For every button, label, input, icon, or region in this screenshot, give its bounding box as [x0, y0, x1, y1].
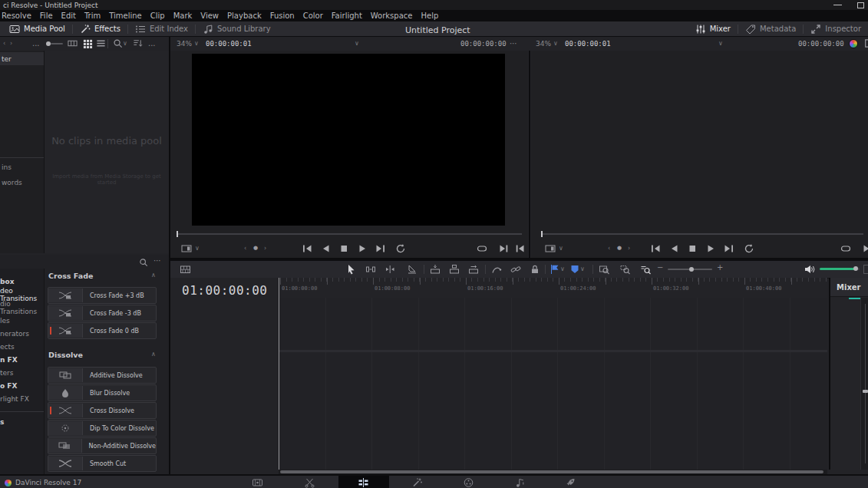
- viewer-left-source-chevron-icon[interactable]: ∨: [355, 40, 359, 47]
- viewer-mode-icon[interactable]: [181, 243, 192, 254]
- flag-button[interactable]: [550, 264, 560, 275]
- transition-blur-dissolve[interactable]: Blur Dissolve: [48, 384, 157, 401]
- video-audio-track-divider[interactable]: [279, 350, 827, 352]
- timeline-tracks-area[interactable]: [279, 298, 827, 470]
- viewer-mode-chevron-icon[interactable]: ∨: [195, 245, 200, 252]
- menu-trim[interactable]: Trim: [84, 12, 101, 20]
- menu-workspace[interactable]: Workspace: [371, 12, 413, 20]
- category-favorites[interactable]: s: [0, 415, 44, 428]
- thumb-size-slider[interactable]: [51, 43, 63, 45]
- last-frame-button[interactable]: [721, 243, 737, 254]
- category-effects[interactable]: ects: [0, 340, 44, 353]
- project-settings-icon[interactable]: [849, 39, 858, 48]
- audio-monitor-icon[interactable]: [804, 264, 815, 275]
- transition-non-additive-dissolve[interactable]: Non-Additive Dissolve: [48, 437, 157, 454]
- viewer-right-zoom-chevron-icon[interactable]: ∨: [553, 40, 558, 47]
- custom-zoom-button[interactable]: [640, 264, 652, 275]
- back-chevron-icon[interactable]: ‹: [3, 40, 5, 47]
- stop-button[interactable]: [336, 243, 351, 254]
- forward-chevron-icon[interactable]: ›: [10, 40, 12, 47]
- loop-range-button[interactable]: [474, 243, 490, 254]
- effects-menu-icon[interactable]: ⋯: [153, 256, 161, 265]
- transition-cross-fade-0[interactable]: Cross Fade 0 dB: [48, 322, 157, 339]
- transition-additive-dissolve[interactable]: Additive Dissolve: [48, 367, 157, 384]
- list-view-icon[interactable]: [96, 38, 106, 48]
- menu-timeline[interactable]: Timeline: [109, 12, 142, 20]
- jog-right-icon[interactable]: ›: [264, 245, 266, 252]
- play-button[interactable]: [355, 243, 370, 254]
- mixer-channel-strip[interactable]: [860, 298, 868, 470]
- scrollbar-thumb[interactable]: [280, 470, 823, 473]
- thumbnail-view-icon[interactable]: [83, 38, 93, 48]
- menu-color[interactable]: Color: [303, 12, 323, 20]
- filmstrip-view-icon[interactable]: [68, 38, 78, 48]
- category-filters[interactable]: ters: [0, 366, 44, 379]
- goto-out-button[interactable]: [860, 243, 868, 254]
- search-chevron-icon[interactable]: ∨: [123, 40, 127, 47]
- dynamic-trim-mode-tool[interactable]: [385, 264, 396, 275]
- first-frame-button[interactable]: [648, 243, 663, 254]
- section-collapse-icon[interactable]: ∧: [151, 351, 156, 358]
- page-media[interactable]: [251, 477, 263, 488]
- blade-edit-mode-tool[interactable]: [407, 264, 417, 275]
- full-extent-zoom-button[interactable]: [599, 264, 610, 275]
- menu-fairlight[interactable]: Fairlight: [332, 12, 362, 20]
- flag-chevron-icon[interactable]: ∨: [560, 265, 565, 272]
- section-collapse-icon[interactable]: ∧: [151, 272, 156, 279]
- menu-clip[interactable]: Clip: [150, 12, 165, 20]
- transition-cross-fade-plus3[interactable]: Cross Fade +3 dB: [48, 287, 157, 304]
- mixer-button[interactable]: Mixer: [688, 21, 738, 36]
- category-open-fx[interactable]: n FX: [0, 353, 44, 366]
- play-reverse-button[interactable]: [318, 243, 333, 254]
- detail-zoom-button[interactable]: [619, 264, 631, 275]
- source-video-frame[interactable]: [192, 54, 505, 226]
- replace-clip-button[interactable]: [468, 264, 479, 275]
- play-button[interactable]: [703, 243, 718, 254]
- search-icon[interactable]: [113, 38, 123, 48]
- jog-dot-icon[interactable]: ●: [617, 245, 622, 251]
- play-reverse-button[interactable]: [666, 243, 682, 254]
- menu-resolve[interactable]: Resolve: [2, 12, 31, 20]
- effects-search-icon[interactable]: [139, 258, 148, 267]
- first-frame-button[interactable]: [299, 243, 315, 254]
- marker-button[interactable]: [569, 264, 580, 275]
- transition-cross-fade-minus3[interactable]: Cross Fade -3 dB: [48, 305, 157, 321]
- menu-file[interactable]: File: [40, 12, 53, 20]
- selection-mode-tool[interactable]: [345, 264, 356, 275]
- timeline-select-chevron-icon[interactable]: ∨: [718, 40, 723, 47]
- category-titles[interactable]: les: [0, 314, 44, 327]
- restore-button[interactable]: [857, 2, 864, 8]
- viewer-mode-chevron-icon[interactable]: ∨: [559, 245, 563, 252]
- loop-range-button[interactable]: [838, 243, 853, 254]
- page-cut[interactable]: [303, 477, 315, 488]
- timeline-viewer-scrub-bar[interactable]: [541, 233, 863, 235]
- sort-icon[interactable]: [133, 38, 143, 48]
- clipped-panel-icon[interactable]: [863, 38, 868, 48]
- menu-help[interactable]: Help: [421, 12, 438, 20]
- goto-in-button[interactable]: [513, 243, 528, 254]
- timeline-current-timecode[interactable]: 01:00:00:00: [182, 283, 267, 298]
- loop-button[interactable]: [393, 243, 408, 254]
- goto-out-button[interactable]: [496, 243, 511, 254]
- jog-right-icon[interactable]: ›: [628, 245, 630, 252]
- category-audio-transitions[interactable]: dio Transitions: [0, 301, 44, 314]
- page-fairlight[interactable]: [513, 477, 526, 488]
- last-frame-button[interactable]: [373, 243, 388, 254]
- fader-handle[interactable]: [863, 390, 868, 393]
- menu-edit[interactable]: Edit: [61, 12, 76, 20]
- trim-edit-mode-tool[interactable]: [365, 264, 376, 275]
- overwrite-clip-button[interactable]: [449, 264, 460, 275]
- source-playhead-marker[interactable]: [177, 231, 178, 237]
- stop-button[interactable]: [685, 243, 700, 254]
- viewer-left-zoom-value[interactable]: 34%: [177, 40, 192, 48]
- inspector-button[interactable]: Inspector: [804, 21, 868, 36]
- timeline-ruler[interactable]: 01:00:00:00 01:00:08:00 01:00:16:00 01:0…: [279, 278, 827, 298]
- viewer-mode-icon[interactable]: [545, 243, 556, 254]
- snapping-button[interactable]: [491, 264, 502, 275]
- marker-chevron-icon[interactable]: ∨: [580, 265, 585, 272]
- more-options-icon[interactable]: ...: [32, 39, 40, 48]
- effects-button[interactable]: Effects: [73, 21, 127, 36]
- minimize-button[interactable]: [833, 5, 842, 5]
- timeline-playhead[interactable]: [279, 278, 279, 470]
- category-generators[interactable]: nerators: [0, 327, 44, 340]
